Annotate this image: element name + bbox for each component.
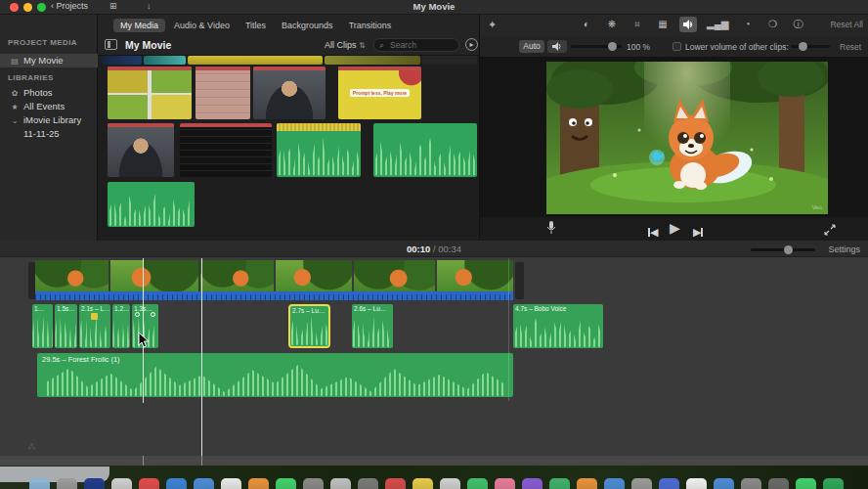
dock-app-icon[interactable] [330,478,351,489]
dock-app-icon[interactable] [549,478,570,489]
previous-frame-button[interactable]: ◀ [648,222,658,240]
dock-app-icon[interactable] [467,478,488,489]
lower-volume-knob[interactable] [799,42,807,51]
timeline-settings-button[interactable]: Settings [828,244,860,254]
dock-app-icon[interactable] [412,478,433,489]
reset-button[interactable]: Reset [840,42,861,52]
sidebar-item-all-events[interactable]: ★All Events [0,100,98,113]
next-frame-button[interactable]: ▶ [693,222,703,240]
timeline-scroll-strip[interactable] [0,456,868,466]
dock-app-icon[interactable] [495,478,515,489]
crop-icon[interactable]: ⌗ [629,17,646,32]
media-thumb-teal[interactable] [144,56,186,65]
dock-app-icon[interactable] [166,478,187,489]
media-thumb-audio[interactable] [108,182,195,227]
dock-app-icon[interactable] [358,478,378,489]
tab-backgrounds[interactable]: Backgrounds [275,19,340,32]
playhead-line[interactable] [201,258,202,463]
dock-app-icon[interactable] [84,478,105,489]
dock-app-icon[interactable] [631,478,652,489]
dock-app-icon[interactable] [221,478,241,489]
video-audio-waveform[interactable] [35,291,513,300]
clip-trim-handle-right[interactable] [515,262,524,299]
media-thumb-terminal[interactable] [180,123,272,177]
audio-clip-4-7s-bobo-voice[interactable]: 4.7s – Bobo Voice [513,304,603,348]
tab-transitions[interactable]: Transitions [342,19,399,32]
dock-app-icon[interactable] [248,478,269,489]
volume-icon[interactable] [679,17,697,32]
dock-app-icon[interactable] [29,478,50,489]
dock-app-icon[interactable] [823,478,844,489]
color-correction-icon[interactable]: ◐ [578,17,595,32]
dock-app-icon[interactable] [111,478,132,489]
filmstrip-frame[interactable] [276,260,352,291]
voiceover-mic-icon[interactable] [546,221,556,239]
stabilization-icon[interactable]: ▦ [654,17,672,32]
media-thumb-grid[interactable] [108,67,192,119]
sidebar-item-my-movie[interactable]: ▤My Movie [0,54,98,67]
mute-speaker-icon[interactable] [547,40,567,53]
dock-app-icon[interactable] [276,478,296,489]
media-thumb-ybar[interactable] [188,56,323,65]
audio-clip-2-7s-lu[interactable]: 2.7s – Lu… [288,304,330,348]
clip-trim-handle-left[interactable] [28,262,35,299]
info-icon[interactable]: ⓘ [789,17,806,32]
timeline-zoom-knob[interactable] [784,245,793,254]
noise-reduction-icon[interactable]: ▂▄▆ [705,17,730,32]
enhance-wand-icon[interactable]: ✦ [488,19,497,31]
sidebar-item-library-date[interactable]: 11-11-25 [0,127,98,141]
color-balance-icon[interactable]: ❋ [603,17,621,32]
speed-icon[interactable]: ◔ [738,17,756,32]
audio-clip-1-2[interactable]: 1.2… [112,304,130,348]
filmstrip-frame[interactable] [110,260,198,291]
play-button[interactable]: ▶ [670,220,680,236]
filmstrip-frame[interactable] [200,260,274,291]
dock-app-icon[interactable] [303,478,324,489]
volume-slider-knob[interactable] [608,42,617,51]
sidebar-item-imovie-library[interactable]: ⌄iMovie Library [0,113,98,127]
tab-audio-video[interactable]: Audio & Video [167,19,237,32]
sidebar-item-photos[interactable]: ✿Photos [0,86,98,100]
lower-volume-checkbox[interactable] [673,42,681,51]
video-viewer[interactable]: Veo [546,62,828,214]
dock-app-icon[interactable] [714,478,734,489]
clip-filter-icon[interactable]: ❍ [763,17,781,32]
media-thumb-doc[interactable] [195,67,250,119]
media-thumb-promo[interactable]: Prompt less, Play more [338,67,421,119]
volume-slider[interactable] [571,45,622,48]
filmstrip-frame[interactable] [35,260,108,291]
dock-app-icon[interactable] [768,478,789,489]
dock-app-icon[interactable] [604,478,625,489]
dock-app-icon[interactable] [522,478,542,489]
media-thumb-webcam[interactable] [253,67,326,119]
dock-app-icon[interactable] [139,478,159,489]
audio-clip-1[interactable]: 1… [32,304,53,348]
dock-app-icon[interactable] [796,478,816,489]
media-thumb-dark[interactable] [422,56,477,65]
media-thumb-olive[interactable] [325,56,420,65]
dock-app-icon[interactable] [385,478,406,489]
media-thumb-navy[interactable] [102,56,142,65]
fullscreen-icon[interactable] [824,222,836,240]
filmstrip-frame[interactable] [354,260,435,291]
dock-app-icon[interactable] [440,478,460,489]
auto-volume-button[interactable]: Auto [519,40,544,53]
media-thumb-webcam[interactable] [108,123,174,177]
reset-all-button[interactable]: Reset All [830,20,863,29]
tab-my-media[interactable]: My Media [113,19,165,32]
media-thumb-audio[interactable] [373,123,477,177]
dock-app-icon[interactable] [194,478,214,489]
dock-app-icon[interactable] [686,478,707,489]
timeline-zoom-slider[interactable] [751,248,815,251]
dock-app-icon[interactable] [659,478,679,489]
audio-clip-1-5s[interactable]: 1.5s… [55,304,77,348]
dock-app-icon[interactable] [57,478,77,489]
media-thumb-audioy[interactable] [277,123,361,177]
lower-volume-slider[interactable] [791,45,830,48]
dock-app-icon[interactable] [741,478,761,489]
audio-clip-2-1s-l[interactable]: 2.1s – L… [79,304,110,348]
tab-titles[interactable]: Titles [239,19,273,32]
audio-clip-2-6s-lu[interactable]: 2.6s – Lu… [352,304,393,348]
filmstrip-frame[interactable] [437,260,513,291]
background-music-clip[interactable]: 29.5s – Forest Frolic (1) [37,353,513,397]
